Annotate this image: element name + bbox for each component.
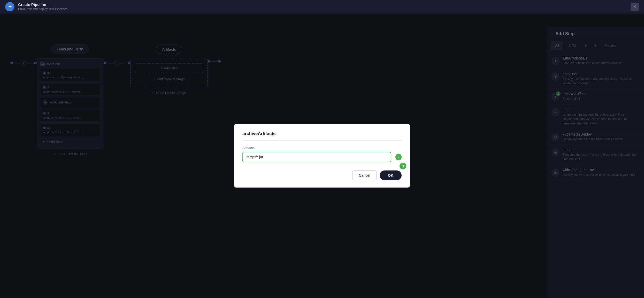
step-badge-3: 3 (400, 163, 406, 169)
app-logo: ✦ (5, 2, 14, 11)
modal-actions: 3 Cancel OK (242, 170, 402, 180)
archive-artifacts-modal: archiveArtifacts Artifacts 2 3 Cancel OK (234, 124, 410, 188)
app-title-group: Create Pipeline Build, test and deploy w… (18, 2, 67, 11)
modal-field-label: Artifacts (242, 146, 402, 150)
cancel-button[interactable]: Cancel (352, 170, 377, 180)
pipeline-canvas: + − + Build and Push ▣ container (0, 13, 644, 298)
artifacts-input[interactable] (242, 152, 391, 162)
app-title: Create Pipeline (18, 2, 67, 7)
step-badge-2: 2 (395, 154, 402, 160)
ok-button[interactable]: OK (380, 170, 402, 180)
app-subtitle: Build, test and deploy with Pipelines (18, 7, 67, 11)
modal-title: archiveArtifacts (242, 131, 402, 141)
modal-field-row: 2 (242, 152, 402, 162)
top-bar: ✦ Create Pipeline Build, test and deploy… (0, 0, 644, 13)
modal-overlay: archiveArtifacts Artifacts 2 3 Cancel OK (0, 13, 644, 298)
close-button[interactable]: ✕ (631, 3, 639, 11)
